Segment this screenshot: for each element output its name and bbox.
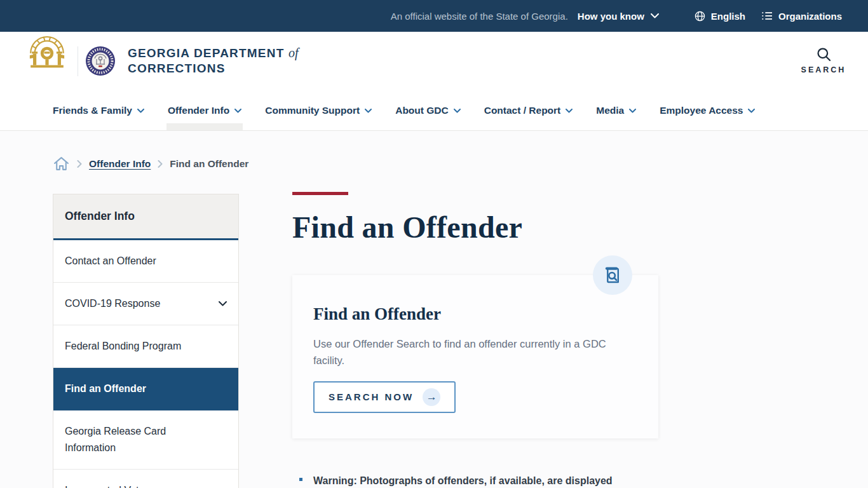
offender-search-icon-circle bbox=[593, 255, 632, 295]
gov-topbar: An official website of the State of Geor… bbox=[0, 0, 868, 32]
nav-item-offender-info[interactable]: Offender Info bbox=[168, 91, 241, 130]
nav-label: About GDC bbox=[395, 105, 449, 116]
sidebar-title: Offender Info bbox=[53, 194, 238, 240]
breadcrumb: Offender Info Find an Offender bbox=[53, 156, 868, 172]
bullet-square-icon bbox=[299, 478, 302, 481]
language-label: English bbox=[711, 11, 745, 22]
warning-text: Warning: Photographs of offenders, if av… bbox=[313, 473, 613, 488]
header-search-button[interactable]: SEARCH bbox=[805, 46, 842, 74]
site-title[interactable]: GEORGIA DEPARTMENT of CORRECTIONS bbox=[128, 45, 298, 76]
chevron-down-icon bbox=[454, 109, 461, 113]
chevron-down-icon bbox=[365, 109, 372, 113]
chevron-right-icon bbox=[77, 160, 82, 168]
warning-list-item: Warning: Photographs of offenders, if av… bbox=[292, 473, 658, 488]
nav-item-about-gdc[interactable]: About GDC bbox=[395, 91, 461, 130]
how-you-know-label: How you know bbox=[578, 11, 644, 22]
nav-label: Contact / Report bbox=[484, 105, 561, 116]
language-selector[interactable]: English bbox=[695, 11, 745, 22]
nav-item-friends-family[interactable]: Friends & Family bbox=[53, 91, 144, 130]
nav-item-media[interactable]: Media bbox=[596, 91, 636, 130]
breadcrumb-current: Find an Offender bbox=[170, 158, 248, 170]
chevron-down-icon bbox=[748, 109, 755, 113]
sidebar-item-label: Find an Offender bbox=[65, 381, 146, 397]
nav-item-community-support[interactable]: Community Support bbox=[265, 91, 372, 130]
card-heading: Find an Offender bbox=[313, 304, 637, 324]
chevron-down-icon bbox=[234, 109, 241, 113]
content-layout: Offender Info Contact an Offender COVID-… bbox=[0, 172, 868, 488]
chevron-down-icon bbox=[566, 109, 573, 113]
document-search-icon bbox=[602, 265, 623, 285]
brand-line2: CORRECTIONS bbox=[128, 61, 298, 76]
brand-line1: GEORGIA DEPARTMENT bbox=[128, 46, 284, 60]
chevron-down-icon bbox=[219, 301, 227, 306]
how-you-know-button[interactable]: How you know bbox=[578, 11, 659, 22]
gdc-seal-icon bbox=[85, 46, 116, 76]
sidebar-item-contact-an-offender[interactable]: Contact an Offender bbox=[53, 240, 238, 283]
list-icon bbox=[761, 11, 773, 21]
title-accent-bar bbox=[292, 192, 348, 195]
search-icon bbox=[815, 46, 832, 63]
sidebar-item-georgia-release-card-information[interactable]: Georgia Release Card Information bbox=[53, 410, 238, 470]
arrow-right-icon: → bbox=[423, 388, 440, 406]
gdc-seal bbox=[85, 46, 116, 76]
sidebar-item-incarcerated-veterans[interactable]: Incarcerated Veterans bbox=[53, 470, 238, 488]
organizations-button[interactable]: Organizations bbox=[761, 11, 842, 22]
sidebar-item-label: Contact an Offender bbox=[65, 253, 156, 269]
sidebar-offender-info: Offender Info Contact an Offender COVID-… bbox=[53, 194, 239, 488]
nav-label: Employee Access bbox=[660, 105, 743, 116]
chevron-down-icon bbox=[629, 109, 636, 113]
organizations-label: Organizations bbox=[778, 11, 842, 22]
card-body-text: Use our Offender Search to find an offen… bbox=[313, 336, 626, 369]
nav-label: Community Support bbox=[265, 105, 360, 116]
sidebar-item-federal-bonding-program[interactable]: Federal Bonding Program bbox=[53, 325, 238, 368]
nav-item-employee-access[interactable]: Employee Access bbox=[660, 91, 755, 130]
find-offender-card: Find an Offender Use our Offender Search… bbox=[292, 275, 658, 438]
search-now-button[interactable]: SEARCH NOW → bbox=[313, 381, 456, 413]
breadcrumb-link-offender-info[interactable]: Offender Info bbox=[89, 158, 151, 170]
sidebar-item-label: Georgia Release Card Information bbox=[65, 423, 198, 456]
chevron-down-icon bbox=[651, 13, 659, 18]
brand-of: of bbox=[288, 46, 299, 60]
chevron-right-icon bbox=[158, 160, 163, 168]
sidebar-item-find-an-offender[interactable]: Find an Offender bbox=[53, 368, 238, 410]
sidebar-item-label: COVID-19 Response bbox=[65, 295, 160, 312]
page-title: Find an Offender bbox=[292, 209, 658, 246]
nav-label: Offender Info bbox=[168, 105, 229, 116]
primary-nav: Friends & Family Offender Info Community… bbox=[0, 91, 868, 131]
home-icon[interactable] bbox=[53, 156, 70, 172]
site-header: GEORGIA DEPARTMENT of CORRECTIONS SEARCH bbox=[0, 32, 868, 91]
globe-icon bbox=[695, 11, 705, 22]
chevron-down-icon bbox=[137, 109, 144, 113]
georgia-arch-icon bbox=[27, 30, 67, 69]
nav-item-contact-report[interactable]: Contact / Report bbox=[484, 91, 573, 130]
official-website-text: An official website of the State of Geor… bbox=[391, 11, 568, 22]
sidebar-item-covid-19-response[interactable]: COVID-19 Response bbox=[53, 283, 238, 325]
nav-label: Media bbox=[596, 105, 624, 116]
sidebar-item-label: Incarcerated Veterans bbox=[65, 482, 165, 488]
search-label: SEARCH bbox=[801, 65, 846, 74]
main-content: Find an Offender Find an Offender Use ou… bbox=[292, 192, 658, 488]
search-now-label: SEARCH NOW bbox=[329, 391, 414, 402]
header-divider bbox=[78, 46, 78, 76]
nav-label: Friends & Family bbox=[53, 105, 132, 116]
sidebar-item-label: Federal Bonding Program bbox=[65, 338, 181, 355]
